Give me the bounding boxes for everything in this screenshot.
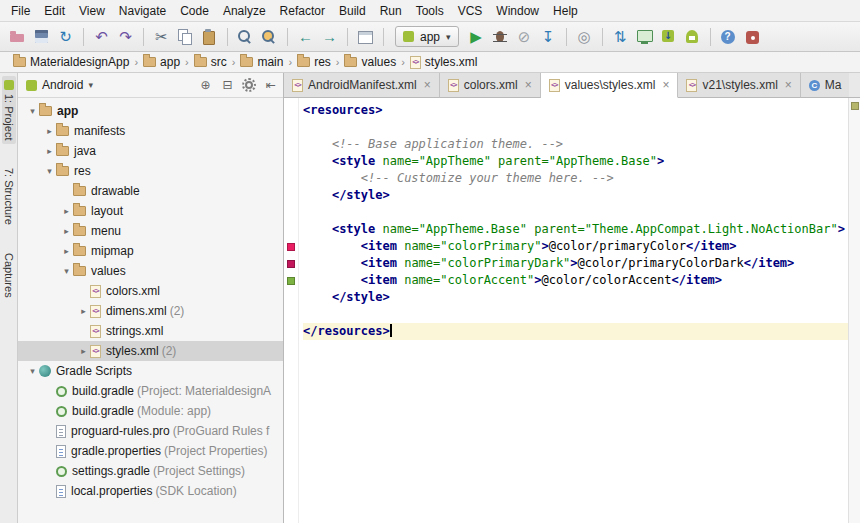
tree-collapsed-icon[interactable]: ▸ xyxy=(60,206,73,216)
menu-item-code[interactable]: Code xyxy=(173,2,216,20)
synchronize-icon[interactable]: ↻ xyxy=(54,26,77,48)
color-preview-swatch[interactable] xyxy=(287,243,295,251)
tree-collapsed-icon[interactable]: ▸ xyxy=(43,146,56,156)
close-tab-icon[interactable]: × xyxy=(525,78,532,92)
device-monitor-icon[interactable] xyxy=(633,26,656,48)
locate-icon[interactable]: ⊕ xyxy=(197,77,214,93)
menu-item-build[interactable]: Build xyxy=(332,2,373,20)
chevron-down-icon[interactable]: ▾ xyxy=(88,80,93,90)
tool-window-button-captures[interactable]: Captures xyxy=(2,249,16,302)
menu-item-vcs[interactable]: VCS xyxy=(451,2,490,20)
menu-item-navigate[interactable]: Navigate xyxy=(112,2,173,20)
code-line: <!-- Customize your theme here. --> xyxy=(303,170,848,187)
color-preview-swatch[interactable] xyxy=(287,277,295,285)
copy-icon[interactable] xyxy=(174,26,197,48)
tree-item-strings-xml[interactable]: strings.xml xyxy=(18,321,283,341)
project-view-selector[interactable]: Android xyxy=(42,78,83,92)
redo-icon[interactable]: ↷ xyxy=(114,26,137,48)
editor-tab-v21-styles-xml[interactable]: v21\styles.xml× xyxy=(678,73,800,98)
profile-icon[interactable] xyxy=(741,26,764,48)
coverage-icon[interactable]: ◎ xyxy=(573,26,596,48)
close-tab-icon[interactable]: × xyxy=(785,78,792,92)
run-configuration-select[interactable]: app▾ xyxy=(395,26,459,47)
menu-item-help[interactable]: Help xyxy=(546,2,585,20)
inspection-indicator-icon[interactable] xyxy=(851,102,859,110)
tree-item-res[interactable]: ▾res xyxy=(18,161,283,181)
tree-expanded-icon[interactable]: ▾ xyxy=(60,266,73,276)
tree-item-gradle-scripts[interactable]: ▾Gradle Scripts xyxy=(18,361,283,381)
tree-item-values[interactable]: ▾values xyxy=(18,261,283,281)
close-tab-icon[interactable]: × xyxy=(424,78,431,92)
tree-item-app[interactable]: ▾app xyxy=(18,101,283,121)
tree-item-manifests[interactable]: ▸manifests xyxy=(18,121,283,141)
find-icon[interactable] xyxy=(234,26,257,48)
breadcrumb-item-main[interactable]: main xyxy=(235,54,288,70)
editor-tab-colors-xml[interactable]: colors.xml× xyxy=(440,73,541,98)
tree-item-colors-xml[interactable]: colors.xml xyxy=(18,281,283,301)
tree-expanded-icon[interactable]: ▾ xyxy=(26,366,39,376)
tree-item-layout[interactable]: ▸layout xyxy=(18,201,283,221)
tree-collapsed-icon[interactable]: ▸ xyxy=(43,126,56,136)
stop-icon[interactable]: ⊘ xyxy=(513,26,536,48)
sdk-manager-icon[interactable] xyxy=(657,26,680,48)
menu-item-window[interactable]: Window xyxy=(489,2,546,20)
menu-item-edit[interactable]: Edit xyxy=(37,2,72,20)
hide-icon[interactable]: ⇤ xyxy=(262,77,279,93)
code-editor[interactable]: <resources> <!-- Base application theme.… xyxy=(299,98,848,523)
run-icon[interactable]: ▶ xyxy=(465,26,488,48)
tree-expanded-icon[interactable]: ▾ xyxy=(26,106,39,116)
tree-item-settings-gradle-project-settings[interactable]: settings.gradle (Project Settings) xyxy=(18,461,283,481)
breadcrumb-item-app[interactable]: app xyxy=(138,54,185,70)
menu-item-refactor[interactable]: Refactor xyxy=(273,2,332,20)
restore-layout-icon[interactable] xyxy=(354,26,377,48)
tree-item-build-gradle-module-app[interactable]: build.gradle (Module: app) xyxy=(18,401,283,421)
breadcrumb-item-res[interactable]: res xyxy=(292,54,336,70)
forward-icon[interactable]: → xyxy=(318,26,341,48)
tree-collapsed-icon[interactable]: ▸ xyxy=(60,246,73,256)
tree-item-build-gradle-project-materialdesigna[interactable]: build.gradle (Project: MaterialdesignA xyxy=(18,381,283,401)
tree-expanded-icon[interactable]: ▾ xyxy=(43,166,56,176)
tree-collapsed-icon[interactable]: ▸ xyxy=(60,226,73,236)
undo-icon[interactable]: ↶ xyxy=(90,26,113,48)
editor-tab-ma[interactable]: Ma xyxy=(801,73,849,98)
attach-process-icon[interactable]: ↧ xyxy=(537,26,560,48)
menu-item-file[interactable]: File xyxy=(4,2,37,20)
breadcrumb-item-materialdesignapp[interactable]: MaterialdesignApp xyxy=(8,54,134,70)
menu-item-tools[interactable]: Tools xyxy=(409,2,451,20)
tree-collapsed-icon[interactable]: ▸ xyxy=(77,346,90,356)
tree-collapsed-icon[interactable]: ▸ xyxy=(77,306,90,316)
debug-icon[interactable] xyxy=(489,26,512,48)
breadcrumb-item-src[interactable]: src xyxy=(189,54,232,70)
tree-item-gradle-properties-project-properties[interactable]: gradle.properties (Project Properties) xyxy=(18,441,283,461)
breadcrumb-item-styles-xml[interactable]: styles.xml xyxy=(405,54,483,70)
close-tab-icon[interactable]: × xyxy=(662,78,669,92)
tree-item-menu[interactable]: ▸menu xyxy=(18,221,283,241)
tree-item-drawable[interactable]: drawable xyxy=(18,181,283,201)
tree-item-proguard-rules-pro-proguard-rules-f[interactable]: proguard-rules.pro (ProGuard Rules f xyxy=(18,421,283,441)
tree-item-mipmap[interactable]: ▸mipmap xyxy=(18,241,283,261)
open-icon[interactable] xyxy=(6,26,29,48)
tree-item-dimens-xml-2[interactable]: ▸dimens.xml (2) xyxy=(18,301,283,321)
tool-window-button-1-project[interactable]: 1: Project xyxy=(2,76,16,144)
tool-window-button-7-structure[interactable]: 7: Structure xyxy=(2,164,16,229)
back-icon[interactable]: ← xyxy=(294,26,317,48)
avd-manager-icon[interactable] xyxy=(681,26,704,48)
color-preview-swatch[interactable] xyxy=(287,260,295,268)
tree-item-local-properties-sdk-location[interactable]: local.properties (SDK Location) xyxy=(18,481,283,501)
menu-item-view[interactable]: View xyxy=(72,2,112,20)
editor-tab-values-styles-xml[interactable]: values\styles.xml× xyxy=(541,73,679,98)
replace-icon[interactable] xyxy=(258,26,281,48)
settings-icon[interactable] xyxy=(241,77,257,93)
save-icon[interactable] xyxy=(30,26,53,48)
tree-item-styles-xml-2[interactable]: ▸styles.xml (2) xyxy=(18,341,283,361)
menu-item-analyze[interactable]: Analyze xyxy=(216,2,273,20)
breadcrumb-item-values[interactable]: values xyxy=(339,54,401,70)
menu-item-run[interactable]: Run xyxy=(373,2,409,20)
collapse-all-icon[interactable]: ⊟ xyxy=(219,77,236,93)
editor-tab-androidmanifest-xml[interactable]: AndroidManifest.xml× xyxy=(284,73,440,98)
cut-icon[interactable]: ✂ xyxy=(150,26,173,48)
tree-item-java[interactable]: ▸java xyxy=(18,141,283,161)
sync-gradle-icon[interactable]: ⇅ xyxy=(609,26,632,48)
help-icon[interactable] xyxy=(717,26,740,48)
paste-icon[interactable] xyxy=(198,26,221,48)
